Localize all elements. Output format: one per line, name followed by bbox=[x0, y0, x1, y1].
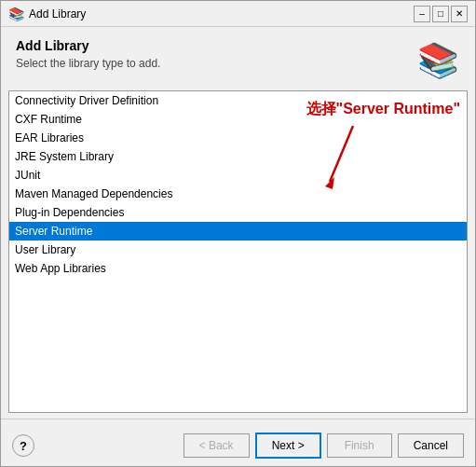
dialog-footer: ? < Back Next > Finish Cancel bbox=[1, 425, 475, 466]
list-item[interactable]: Plug-in Dependencies bbox=[9, 203, 467, 222]
title-bar: 📚 Add Library – □ ✕ bbox=[1, 1, 475, 27]
close-button[interactable]: ✕ bbox=[451, 6, 468, 22]
title-bar-icon: 📚 bbox=[8, 7, 23, 21]
title-bar-controls: – □ ✕ bbox=[414, 6, 468, 22]
title-bar-text: Add Library bbox=[29, 7, 414, 21]
list-item[interactable]: Maven Managed Dependencies bbox=[9, 185, 467, 203]
list-item[interactable]: CXF Runtime bbox=[9, 110, 467, 129]
cancel-button[interactable]: Cancel bbox=[398, 433, 464, 458]
minimize-button[interactable]: – bbox=[414, 6, 430, 22]
list-item-user-library[interactable]: User Library bbox=[9, 240, 467, 259]
dialog-header-left: Add Library Select the library type to a… bbox=[16, 38, 160, 70]
dialog-header: Add Library Select the library type to a… bbox=[1, 27, 475, 90]
dialog-title: Add Library bbox=[16, 38, 160, 53]
list-item[interactable]: JUnit bbox=[9, 166, 467, 185]
back-button[interactable]: < Back bbox=[184, 433, 250, 458]
dialog-content: Connectivity Driver Definition CXF Runti… bbox=[1, 90, 475, 413]
library-list[interactable]: Connectivity Driver Definition CXF Runti… bbox=[8, 90, 468, 413]
list-item[interactable]: JRE System Library bbox=[9, 147, 467, 166]
list-item[interactable]: Connectivity Driver Definition bbox=[9, 91, 467, 110]
list-item[interactable]: Web App Libraries bbox=[9, 259, 467, 278]
footer-left: ? bbox=[12, 434, 34, 457]
separator bbox=[1, 419, 475, 419]
finish-button[interactable]: Finish bbox=[327, 433, 392, 458]
next-button[interactable]: Next > bbox=[255, 433, 321, 459]
list-item[interactable]: EAR Libraries bbox=[9, 129, 467, 147]
add-library-dialog: 📚 Add Library – □ ✕ Add Library Select t… bbox=[0, 0, 476, 467]
footer-right: < Back Next > Finish Cancel bbox=[184, 433, 464, 459]
library-icon: 📚 bbox=[415, 38, 460, 83]
maximize-button[interactable]: □ bbox=[432, 6, 449, 22]
dialog-subtitle: Select the library type to add. bbox=[16, 57, 160, 70]
list-item-server-runtime[interactable]: Server Runtime bbox=[9, 222, 467, 240]
help-button[interactable]: ? bbox=[12, 434, 34, 457]
